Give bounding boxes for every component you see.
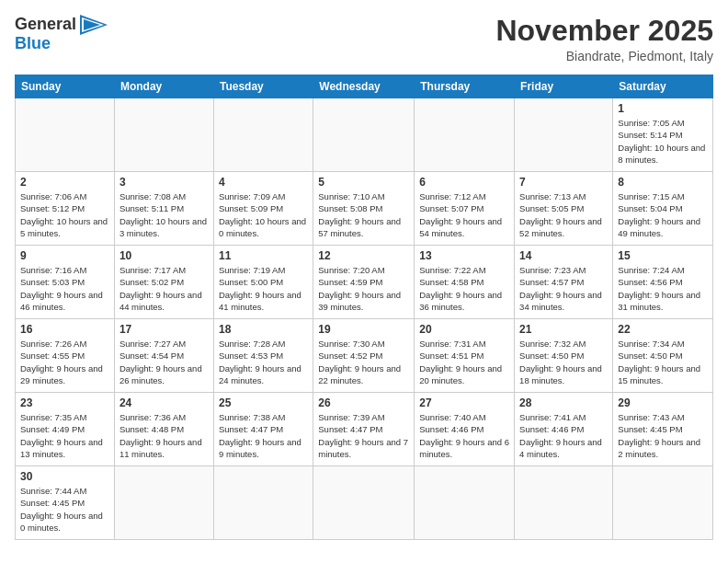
header-saturday: Saturday: [613, 75, 713, 98]
empty-cell: [313, 466, 415, 540]
day-20: 20 Sunrise: 7:31 AM Sunset: 4:51 PM Dayl…: [415, 319, 515, 393]
day-28: 28 Sunrise: 7:41 AM Sunset: 4:46 PM Dayl…: [515, 393, 613, 466]
calendar-row-4: 16 Sunrise: 7:26 AM Sunset: 4:55 PM Dayl…: [16, 319, 713, 393]
day-6: 6 Sunrise: 7:12 AM Sunset: 5:07 PM Dayli…: [415, 172, 515, 246]
day-11: 11 Sunrise: 7:19 AM Sunset: 5:00 PM Dayl…: [213, 246, 313, 319]
weekday-header-row: Sunday Monday Tuesday Wednesday Thursday…: [16, 75, 713, 98]
header-friday: Friday: [515, 75, 613, 98]
day-29: 29 Sunrise: 7:43 AM Sunset: 4:45 PM Dayl…: [613, 393, 713, 466]
day-16: 16 Sunrise: 7:26 AM Sunset: 4:55 PM Dayl…: [16, 319, 115, 393]
location-title: Biandrate, Piedmont, Italy: [495, 49, 713, 63]
day-22: 22 Sunrise: 7:34 AM Sunset: 4:50 PM Dayl…: [613, 319, 713, 393]
day-5: 5 Sunrise: 7:10 AM Sunset: 5:08 PM Dayli…: [313, 172, 415, 246]
header-thursday: Thursday: [415, 75, 515, 98]
title-area: November 2025 Biandrate, Piedmont, Italy: [495, 15, 713, 63]
day-13: 13 Sunrise: 7:22 AM Sunset: 4:58 PM Dayl…: [415, 246, 515, 319]
header: General Blue November 2025 Biandrate, Pi…: [15, 15, 713, 63]
day-26: 26 Sunrise: 7:39 AM Sunset: 4:47 PM Dayl…: [313, 393, 415, 466]
month-title: November 2025: [495, 15, 713, 47]
day-2: 2 Sunrise: 7:06 AM Sunset: 5:12 PM Dayli…: [16, 172, 115, 246]
day-21: 21 Sunrise: 7:32 AM Sunset: 4:50 PM Dayl…: [515, 319, 613, 393]
empty-cell: [515, 466, 613, 540]
day-27: 27 Sunrise: 7:40 AM Sunset: 4:46 PM Dayl…: [415, 393, 515, 466]
calendar-row-6: 30 Sunrise: 7:44 AM Sunset: 4:45 PM Dayl…: [16, 466, 713, 540]
empty-cell: [415, 98, 515, 172]
empty-cell: [114, 466, 213, 540]
day-25: 25 Sunrise: 7:38 AM Sunset: 4:47 PM Dayl…: [213, 393, 313, 466]
day-14: 14 Sunrise: 7:23 AM Sunset: 4:57 PM Dayl…: [515, 246, 613, 319]
day-1: 1 Sunrise: 7:05 AM Sunset: 5:14 PM Dayli…: [613, 98, 713, 172]
day-17: 17 Sunrise: 7:27 AM Sunset: 4:54 PM Dayl…: [114, 319, 213, 393]
header-sunday: Sunday: [16, 75, 115, 98]
day-30: 30 Sunrise: 7:44 AM Sunset: 4:45 PM Dayl…: [16, 466, 115, 540]
calendar-row-3: 9 Sunrise: 7:16 AM Sunset: 5:03 PM Dayli…: [16, 246, 713, 319]
calendar-row-1: 1 Sunrise: 7:05 AM Sunset: 5:14 PM Dayli…: [16, 98, 713, 172]
day-24: 24 Sunrise: 7:36 AM Sunset: 4:48 PM Dayl…: [114, 393, 213, 466]
header-monday: Monday: [114, 75, 213, 98]
empty-cell: [613, 466, 713, 540]
header-tuesday: Tuesday: [213, 75, 313, 98]
day-12: 12 Sunrise: 7:20 AM Sunset: 4:59 PM Dayl…: [313, 246, 415, 319]
logo-area: General Blue: [15, 15, 108, 53]
day-23: 23 Sunrise: 7:35 AM Sunset: 4:49 PM Dayl…: [16, 393, 115, 466]
calendar-row-5: 23 Sunrise: 7:35 AM Sunset: 4:49 PM Dayl…: [16, 393, 713, 466]
empty-cell: [313, 98, 415, 172]
empty-cell: [515, 98, 613, 172]
day-10: 10 Sunrise: 7:17 AM Sunset: 5:02 PM Dayl…: [114, 246, 213, 319]
empty-cell: [16, 98, 115, 172]
empty-cell: [415, 466, 515, 540]
empty-cell: [213, 98, 313, 172]
day-9: 9 Sunrise: 7:16 AM Sunset: 5:03 PM Dayli…: [16, 246, 115, 319]
day-18: 18 Sunrise: 7:28 AM Sunset: 4:53 PM Dayl…: [213, 319, 313, 393]
day-4: 4 Sunrise: 7:09 AM Sunset: 5:09 PM Dayli…: [213, 172, 313, 246]
day-15: 15 Sunrise: 7:24 AM Sunset: 4:56 PM Dayl…: [613, 246, 713, 319]
header-wednesday: Wednesday: [313, 75, 415, 98]
empty-cell: [114, 98, 213, 172]
calendar-row-2: 2 Sunrise: 7:06 AM Sunset: 5:12 PM Dayli…: [16, 172, 713, 246]
day-3: 3 Sunrise: 7:08 AM Sunset: 5:11 PM Dayli…: [114, 172, 213, 246]
day-19: 19 Sunrise: 7:30 AM Sunset: 4:52 PM Dayl…: [313, 319, 415, 393]
day-8: 8 Sunrise: 7:15 AM Sunset: 5:04 PM Dayli…: [613, 172, 713, 246]
empty-cell: [213, 466, 313, 540]
calendar-table: Sunday Monday Tuesday Wednesday Thursday…: [15, 75, 713, 540]
day-7: 7 Sunrise: 7:13 AM Sunset: 5:05 PM Dayli…: [515, 172, 613, 246]
